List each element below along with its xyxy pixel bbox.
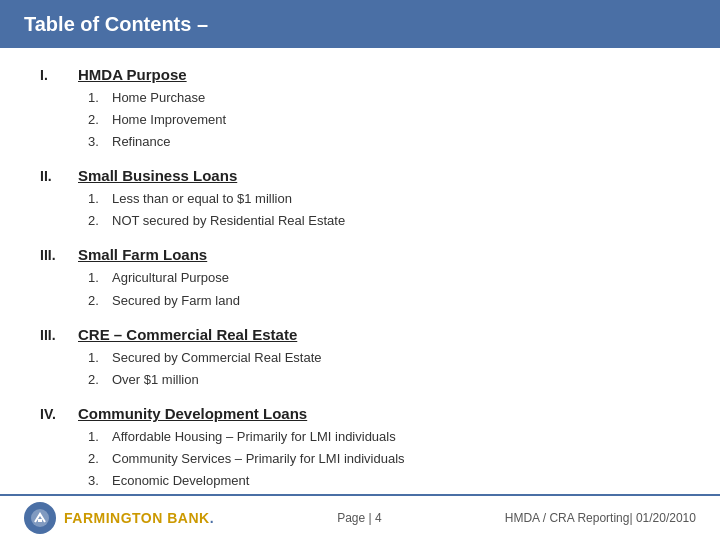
item-num-0-2: 3.	[88, 131, 106, 153]
logo-text: FARMINGTON BANK.	[64, 510, 214, 526]
section-title-0: HMDA Purpose	[78, 66, 187, 83]
section-num-1: II.	[40, 168, 68, 184]
item-text-4-2: Economic Development	[112, 470, 249, 492]
logo-icon	[24, 502, 56, 534]
section-title-3: CRE – Commercial Real Estate	[78, 326, 297, 343]
section-item-4-2: 3.Economic Development	[88, 470, 680, 492]
item-num-4-2: 3.	[88, 470, 106, 492]
section-title-1: Small Business Loans	[78, 167, 237, 184]
footer: FARMINGTON BANK. Page | 4 HMDA / CRA Rep…	[0, 494, 720, 540]
section-header-4: IV.Community Development Loans	[40, 405, 680, 422]
section-items-3: 1.Secured by Commercial Real Estate2.Ove…	[88, 347, 680, 391]
item-num-2-0: 1.	[88, 267, 106, 289]
section-item-0-2: 3.Refinance	[88, 131, 680, 153]
section-item-0-1: 2.Home Improvement	[88, 109, 680, 131]
item-text-1-0: Less than or equal to $1 million	[112, 188, 292, 210]
logo-text-main: FARMINGTON BANK	[64, 510, 210, 526]
item-text-2-0: Agricultural Purpose	[112, 267, 229, 289]
section-item-1-0: 1.Less than or equal to $1 million	[88, 188, 680, 210]
section-header-2: III.Small Farm Loans	[40, 246, 680, 263]
svg-rect-1	[38, 519, 42, 522]
section-item-1-1: 2.NOT secured by Residential Real Estate	[88, 210, 680, 232]
section-item-4-1: 2.Community Services – Primarily for LMI…	[88, 448, 680, 470]
item-text-3-0: Secured by Commercial Real Estate	[112, 347, 322, 369]
footer-page: Page | 4	[337, 511, 381, 525]
item-text-2-1: Secured by Farm land	[112, 290, 240, 312]
section-header-1: II.Small Business Loans	[40, 167, 680, 184]
section-items-1: 1.Less than or equal to $1 million2.NOT …	[88, 188, 680, 232]
section-item-2-1: 2.Secured by Farm land	[88, 290, 680, 312]
item-num-0-1: 2.	[88, 109, 106, 131]
header-title: Table of Contents –	[24, 13, 208, 36]
header: Table of Contents –	[0, 0, 720, 48]
item-text-4-1: Community Services – Primarily for LMI i…	[112, 448, 405, 470]
item-num-1-1: 2.	[88, 210, 106, 232]
section-items-0: 1.Home Purchase2.Home Improvement3.Refin…	[88, 87, 680, 153]
section-title-2: Small Farm Loans	[78, 246, 207, 263]
footer-right: HMDA / CRA Reporting| 01/20/2010	[505, 511, 696, 525]
section-items-4: 1.Affordable Housing – Primarily for LMI…	[88, 426, 680, 494]
section-item-3-0: 1.Secured by Commercial Real Estate	[88, 347, 680, 369]
section-item-0-0: 1.Home Purchase	[88, 87, 680, 109]
section-num-4: IV.	[40, 406, 68, 422]
section-item-2-0: 1.Agricultural Purpose	[88, 267, 680, 289]
section-items-2: 1.Agricultural Purpose2.Secured by Farm …	[88, 267, 680, 311]
content: I.HMDA Purpose1.Home Purchase2.Home Impr…	[0, 48, 720, 494]
item-text-4-0: Affordable Housing – Primarily for LMI i…	[112, 426, 396, 448]
section-item-3-1: 2.Over $1 million	[88, 369, 680, 391]
item-num-2-1: 2.	[88, 290, 106, 312]
item-num-4-1: 2.	[88, 448, 106, 470]
svg-point-0	[31, 509, 49, 527]
section-2: III.Small Farm Loans1.Agricultural Purpo…	[40, 246, 680, 311]
item-text-3-1: Over $1 million	[112, 369, 199, 391]
section-3: III.CRE – Commercial Real Estate1.Secure…	[40, 326, 680, 391]
section-0: I.HMDA Purpose1.Home Purchase2.Home Impr…	[40, 66, 680, 153]
item-text-0-1: Home Improvement	[112, 109, 226, 131]
section-4: IV.Community Development Loans1.Affordab…	[40, 405, 680, 494]
item-text-1-1: NOT secured by Residential Real Estate	[112, 210, 345, 232]
section-title-4: Community Development Loans	[78, 405, 307, 422]
item-text-0-0: Home Purchase	[112, 87, 205, 109]
item-num-4-0: 1.	[88, 426, 106, 448]
section-header-3: III.CRE – Commercial Real Estate	[40, 326, 680, 343]
section-item-4-0: 1.Affordable Housing – Primarily for LMI…	[88, 426, 680, 448]
slide: Table of Contents – I.HMDA Purpose1.Home…	[0, 0, 720, 540]
section-num-3: III.	[40, 327, 68, 343]
item-num-0-0: 1.	[88, 87, 106, 109]
item-text-0-2: Refinance	[112, 131, 171, 153]
item-num-1-0: 1.	[88, 188, 106, 210]
section-header-0: I.HMDA Purpose	[40, 66, 680, 83]
section-1: II.Small Business Loans1.Less than or eq…	[40, 167, 680, 232]
item-num-3-0: 1.	[88, 347, 106, 369]
item-num-3-1: 2.	[88, 369, 106, 391]
section-num-0: I.	[40, 67, 68, 83]
footer-logo: FARMINGTON BANK.	[24, 502, 214, 534]
section-num-2: III.	[40, 247, 68, 263]
